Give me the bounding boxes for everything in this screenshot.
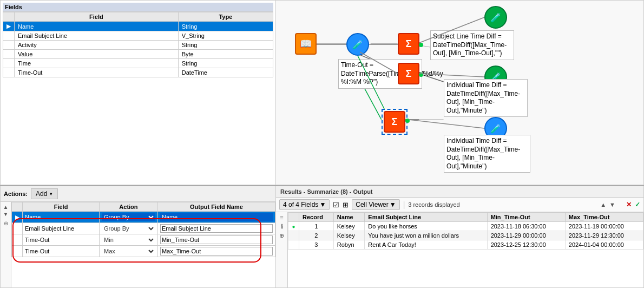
results-indicator: ● <box>288 222 299 231</box>
fields-col-indicator <box>3 12 15 22</box>
nav-down-arrow[interactable]: ▼ <box>3 211 9 217</box>
results-panel: Results - Summarize (8) - Output 4 of 4 … <box>276 186 644 288</box>
toolbar-table-icon[interactable]: ⊞ <box>343 201 349 209</box>
cell-viewer-chevron: ▼ <box>390 201 396 208</box>
actions-action: Group By Min Max Sum Count <box>100 246 158 257</box>
fields-row[interactable]: ▶ Name String <box>3 22 273 31</box>
svg-line-6 <box>363 84 382 120</box>
formula2-node[interactable]: 🧪 <box>484 6 507 29</box>
fields-indicator <box>3 41 15 50</box>
actions-row[interactable]: ▶ Name Group By Min Max Sum Count <box>12 212 275 223</box>
actions-table: Field Action Output Field Name ▶ Name Gr… <box>11 202 275 257</box>
fields-count-button[interactable]: 4 of 4 Fields ▼ <box>279 199 330 210</box>
fields-field: Email Subject Line <box>15 31 179 41</box>
book-node[interactable]: 📖 <box>295 33 317 55</box>
actions-output <box>157 223 275 234</box>
results-row[interactable]: 3 Robyn Rent A Car Today! 2023-12-25 12:… <box>288 240 643 250</box>
results-indicator <box>288 231 299 240</box>
toolbar-checkbox-icon[interactable]: ☑ <box>333 201 339 209</box>
nav-circle[interactable]: ⊖ <box>4 220 8 226</box>
results-min-time: 2023-12-25 12:30:00 <box>487 240 565 250</box>
actions-col-action: Action <box>100 202 158 212</box>
results-email-subject: You have just won a million dollars <box>365 231 487 240</box>
cell-viewer-button[interactable]: Cell Viewer ▼ <box>352 199 399 210</box>
fields-field: Time-Out <box>15 68 179 77</box>
results-indicator <box>288 240 299 250</box>
results-max-time: 2023-11-19 00:00:00 <box>565 222 643 231</box>
nav-up-arrow[interactable]: ▲ <box>3 204 9 210</box>
records-count: 3 records displayed <box>408 201 597 208</box>
results-content: ≡ ℹ ⊕ Record Name Email Subject Line Min… <box>276 212 643 287</box>
actions-col-field: Field <box>23 202 100 212</box>
results-min-time: 2023-11-18 06:30:00 <box>487 222 565 231</box>
info-icon[interactable]: ℹ <box>281 223 283 230</box>
actions-header: Actions: Add ▼ <box>1 186 275 202</box>
fields-row[interactable]: Activity String <box>3 41 273 50</box>
fields-row[interactable]: Time-Out DateTime <box>3 68 273 77</box>
actions-col-indicator <box>12 202 23 212</box>
results-col-indicator <box>288 213 299 222</box>
fields-panel: Fields Field Type ▶ Name String Email Su… <box>0 0 276 185</box>
fields-type: V_String <box>178 31 273 41</box>
sum1-node[interactable]: Σ <box>398 33 419 55</box>
results-name: Kelsey <box>333 222 365 231</box>
side-icons: ≡ ℹ ⊕ <box>276 212 288 287</box>
results-min-time: 2023-11-29 00:00:00 <box>487 231 565 240</box>
results-email-subject: Rent A Car Today! <box>365 240 487 250</box>
actions-indicator: ▶ <box>12 212 23 223</box>
actions-action: Group By Min Max Sum Count <box>100 223 158 234</box>
actions-indicator <box>12 223 23 234</box>
results-col-min-time: Min_Time-Out <box>487 213 565 222</box>
fields-indicator <box>3 31 15 41</box>
fields-col-field: Field <box>15 12 179 22</box>
fields-row[interactable]: Value Byte <box>3 50 273 59</box>
results-name: Robyn <box>333 240 365 250</box>
annotation-individual-time-top: Individual Time Diff = DateTimeDiff([Max… <box>444 79 528 117</box>
results-name: Kelsey <box>333 231 365 240</box>
add-dropdown-arrow: ▼ <box>49 192 53 197</box>
actions-label: Actions: <box>4 191 28 197</box>
fields-col-type: Type <box>178 12 273 22</box>
actions-action: Group By Min Max Sum Count <box>100 234 158 246</box>
actions-col-output: Output Field Name <box>157 202 275 212</box>
formula1-node[interactable]: 🧪 <box>346 33 369 56</box>
fields-row[interactable]: Email Subject Line V_String <box>3 31 273 41</box>
results-row[interactable]: ● 1 Kelsey Do you like horses 2023-11-18… <box>288 222 643 231</box>
add-button[interactable]: Add ▼ <box>31 188 58 199</box>
results-toolbar: 4 of 4 Fields ▼ ☑ ⊞ Cell Viewer ▼ | 3 re… <box>276 198 643 212</box>
fields-indicator <box>3 59 15 68</box>
sum3-node[interactable]: Σ <box>382 109 408 135</box>
annotation-subject-line: Subject Line Time Diff = DateTimeDiff([M… <box>430 30 514 60</box>
actions-output <box>157 246 275 257</box>
actions-indicator <box>12 246 23 257</box>
fields-table: Field Type ▶ Name String Email Subject L… <box>3 12 273 77</box>
fields-type: String <box>178 41 273 50</box>
results-max-time: 2023-11-29 12:30:00 <box>565 231 643 240</box>
records-prev-arrow[interactable]: ▲ <box>600 201 606 208</box>
results-max-time: 2024-01-04 00:00:00 <box>565 240 643 250</box>
fields-row[interactable]: Time String <box>3 59 273 68</box>
actions-field: Email Subject Line <box>23 223 100 234</box>
actions-row[interactable]: Time-Out Group By Min Max Sum Count <box>12 234 275 246</box>
records-next-arrow[interactable]: ▼ <box>609 201 615 208</box>
actions-row[interactable]: Time-Out Group By Min Max Sum Count <box>12 246 275 257</box>
settings-icon[interactable]: ⊕ <box>279 232 284 239</box>
toolbar-close-button[interactable]: ✕ <box>626 201 632 208</box>
results-header: Results - Summarize (8) - Output <box>276 186 643 198</box>
sum2-node[interactable]: Σ <box>398 63 419 84</box>
results-col-email-subject: Email Subject Line <box>365 213 487 222</box>
fields-type: String <box>178 59 273 68</box>
list-icon[interactable]: ≡ <box>280 214 283 221</box>
results-main: Record Name Email Subject Line Min_Time-… <box>288 212 643 287</box>
actions-row[interactable]: Email Subject Line Group By Min Max Sum … <box>12 223 275 234</box>
fields-type: String <box>178 22 273 31</box>
annotation-individual-time-bottom: Individual Time Diff = DateTimeDiff([Max… <box>444 135 530 173</box>
toolbar-confirm-button[interactable]: ✓ <box>635 201 640 208</box>
fields-indicator <box>3 68 15 77</box>
fields-field: Name <box>15 22 179 31</box>
results-col-max-time: Max_Time-Out <box>565 213 643 222</box>
actions-field: Time-Out <box>23 246 100 257</box>
results-col-record: Record <box>299 213 334 222</box>
results-row[interactable]: 2 Kelsey You have just won a million dol… <box>288 231 643 240</box>
actions-output <box>157 234 275 246</box>
